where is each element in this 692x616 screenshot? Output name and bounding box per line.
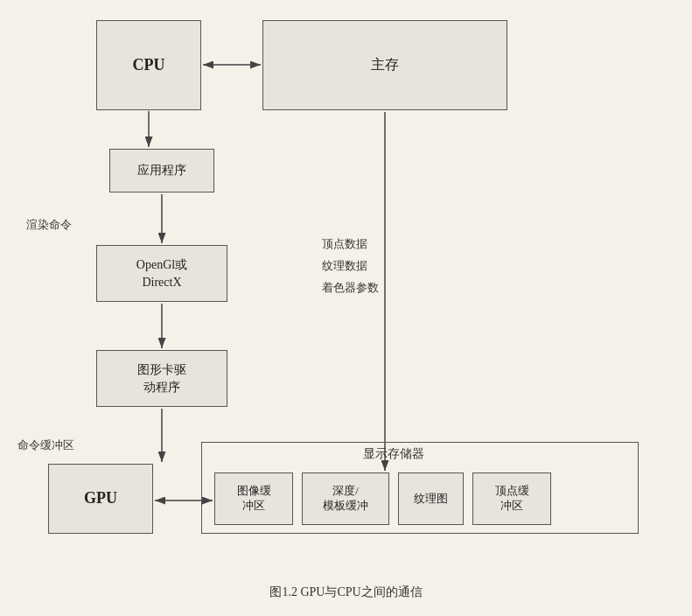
- driver-box: 图形卡驱 动程序: [96, 350, 227, 407]
- sub-depth-box: 深度/ 模板缓冲: [302, 472, 389, 525]
- sub-vertex-box: 顶点缓 冲区: [472, 472, 551, 525]
- sub-vertex-label: 顶点缓 冲区: [495, 484, 529, 514]
- sub-texture-box: 纹理图: [398, 472, 464, 525]
- opengl-box: OpenGl或 DirectX: [96, 245, 227, 302]
- sub-texture-label: 纹理图: [414, 492, 448, 507]
- sub-image-box: 图像缓 冲区: [214, 472, 293, 525]
- display-storage-label: 显示存储器: [363, 446, 424, 462]
- main-memory-box: 主存: [262, 20, 507, 110]
- main-memory-label: 主存: [371, 55, 399, 74]
- texture-data-label: 纹理数据: [322, 258, 367, 274]
- driver-label: 图形卡驱 动程序: [137, 361, 186, 396]
- command-buffer-label: 命令缓冲区: [17, 438, 74, 453]
- cpu-label: CPU: [133, 54, 165, 76]
- caption: 图1.2 GPU与CPU之间的通信: [0, 584, 692, 600]
- gpu-box: GPU: [48, 464, 153, 534]
- vertex-data-label: 顶点数据: [322, 236, 367, 252]
- diagram-container: CPU 主存 应用程序 渲染命令 OpenGl或 DirectX 图形卡驱 动程…: [0, 0, 692, 616]
- shader-params-label: 着色器参数: [322, 280, 379, 296]
- cpu-box: CPU: [96, 20, 201, 110]
- app-label: 应用程序: [137, 162, 186, 179]
- sub-depth-label: 深度/ 模板缓冲: [323, 484, 368, 514]
- render-command-label: 渲染命令: [26, 217, 72, 233]
- sub-image-label: 图像缓 冲区: [237, 484, 271, 514]
- gpu-label: GPU: [84, 487, 117, 509]
- opengl-label: OpenGl或 DirectX: [136, 256, 187, 290]
- app-box: 应用程序: [109, 149, 214, 192]
